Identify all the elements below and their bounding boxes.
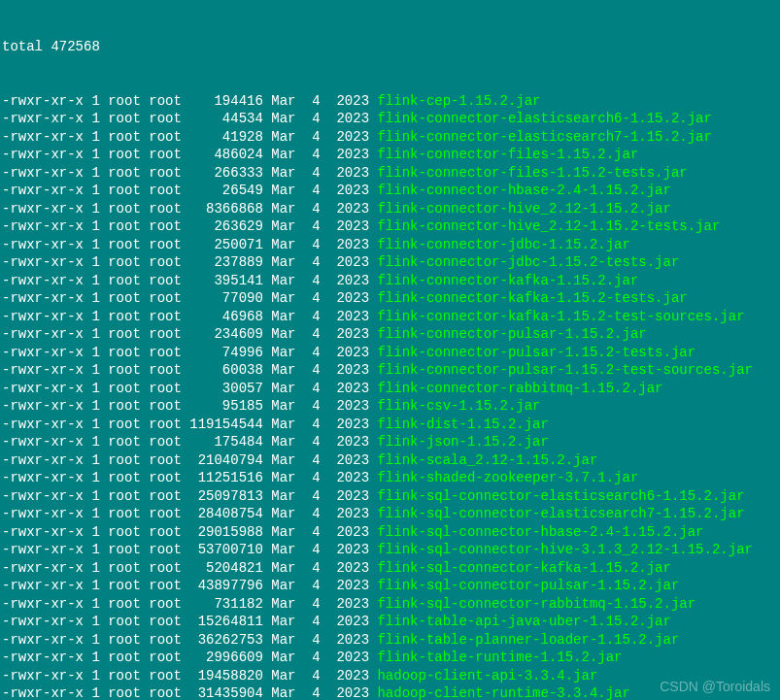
file-permissions: -rwxr-xr-x 1 root root 46968 Mar 4 2023: [2, 309, 377, 324]
file-permissions: -rwxr-xr-x 1 root root 15264811 Mar 4 20…: [2, 614, 377, 629]
file-row: -rwxr-xr-x 1 root root 263629 Mar 4 2023…: [2, 217, 778, 236]
file-permissions: -rwxr-xr-x 1 root root 175484 Mar 4 2023: [2, 434, 377, 450]
file-permissions: -rwxr-xr-x 1 root root 74996 Mar 4 2023: [2, 345, 377, 360]
file-name: flink-connector-kafka-1.15.2-tests.jar: [377, 290, 687, 306]
file-row: -rwxr-xr-x 1 root root 25097813 Mar 4 20…: [2, 487, 778, 506]
file-permissions: -rwxr-xr-x 1 root root 43897796 Mar 4 20…: [2, 578, 377, 593]
file-row: -rwxr-xr-x 1 root root 28408754 Mar 4 20…: [2, 505, 778, 523]
file-name: flink-cep-1.15.2.jar: [377, 93, 540, 109]
file-row: -rwxr-xr-x 1 root root 41928 Mar 4 2023 …: [2, 128, 778, 147]
file-row: -rwxr-xr-x 1 root root 266333 Mar 4 2023…: [2, 164, 778, 183]
file-permissions: -rwxr-xr-x 1 root root 25097813 Mar 4 20…: [2, 488, 377, 504]
file-name: flink-sql-connector-rabbitmq-1.15.2.jar: [377, 596, 695, 612]
file-row: -rwxr-xr-x 1 root root 46968 Mar 4 2023 …: [2, 308, 778, 326]
file-name: flink-table-api-java-uber-1.15.2.jar: [377, 614, 670, 629]
file-permissions: -rwxr-xr-x 1 root root 41928 Mar 4 2023: [2, 129, 377, 145]
file-name: flink-connector-hive_2.12-1.15.2.jar: [377, 201, 670, 217]
file-permissions: -rwxr-xr-x 1 root root 29015988 Mar 4 20…: [2, 524, 377, 540]
file-row: -rwxr-xr-x 1 root root 5204821 Mar 4 202…: [2, 559, 778, 578]
file-permissions: -rwxr-xr-x 1 root root 19458820 Mar 4 20…: [2, 668, 377, 683]
file-permissions: -rwxr-xr-x 1 root root 28408754 Mar 4 20…: [2, 506, 377, 521]
file-name: flink-shaded-zookeeper-3.7.1.jar: [377, 470, 638, 485]
file-name: flink-table-planner-loader-1.15.2.jar: [377, 632, 679, 648]
file-row: -rwxr-xr-x 1 root root 60038 Mar 4 2023 …: [2, 361, 778, 380]
file-row: -rwxr-xr-x 1 root root 29015988 Mar 4 20…: [2, 523, 778, 542]
file-row: -rwxr-xr-x 1 root root 731182 Mar 4 2023…: [2, 595, 778, 614]
file-name: flink-connector-files-1.15.2-tests.jar: [377, 165, 687, 181]
file-permissions: -rwxr-xr-x 1 root root 36262753 Mar 4 20…: [2, 632, 377, 648]
file-name: flink-sql-connector-kafka-1.15.2.jar: [377, 560, 670, 576]
file-name: flink-connector-jdbc-1.15.2-tests.jar: [377, 254, 679, 270]
file-permissions: -rwxr-xr-x 1 root root 237889 Mar 4 2023: [2, 254, 377, 270]
file-row: -rwxr-xr-x 1 root root 237889 Mar 4 2023…: [2, 253, 778, 272]
file-permissions: -rwxr-xr-x 1 root root 234609 Mar 4 2023: [2, 326, 377, 342]
file-row: -rwxr-xr-x 1 root root 53700710 Mar 4 20…: [2, 541, 778, 559]
file-row: -rwxr-xr-x 1 root root 43897796 Mar 4 20…: [2, 577, 778, 595]
file-name: flink-sql-connector-elasticsearch6-1.15.…: [377, 488, 744, 504]
file-name: flink-connector-pulsar-1.15.2-tests.jar: [377, 345, 695, 360]
file-name: flink-connector-hive_2.12-1.15.2-tests.j…: [377, 218, 720, 234]
file-row: -rwxr-xr-x 1 root root 74996 Mar 4 2023 …: [2, 344, 778, 362]
file-name: flink-connector-kafka-1.15.2-test-source…: [377, 309, 744, 324]
file-row: -rwxr-xr-x 1 root root 194416 Mar 4 2023…: [2, 92, 778, 111]
file-name: flink-connector-elasticsearch6-1.15.2.ja…: [377, 111, 711, 126]
file-permissions: -rwxr-xr-x 1 root root 31435904 Mar 4 20…: [2, 685, 377, 700]
file-permissions: -rwxr-xr-x 1 root root 77090 Mar 4 2023: [2, 290, 377, 306]
watermark: CSDN @Toroidals: [660, 679, 770, 694]
file-permissions: -rwxr-xr-x 1 root root 250071 Mar 4 2023: [2, 237, 377, 252]
file-row: -rwxr-xr-x 1 root root 486024 Mar 4 2023…: [2, 146, 778, 164]
file-permissions: -rwxr-xr-x 1 root root 5204821 Mar 4 202…: [2, 560, 377, 576]
total-line: total 472568: [2, 38, 778, 56]
file-row: -rwxr-xr-x 1 root root 250071 Mar 4 2023…: [2, 236, 778, 254]
file-name: flink-connector-files-1.15.2.jar: [377, 147, 638, 162]
file-name: flink-csv-1.15.2.jar: [377, 398, 540, 414]
file-permissions: -rwxr-xr-x 1 root root 26549 Mar 4 2023: [2, 183, 377, 198]
file-row: -rwxr-xr-x 1 root root 26549 Mar 4 2023 …: [2, 182, 778, 200]
file-row: -rwxr-xr-x 1 root root 44534 Mar 4 2023 …: [2, 110, 778, 128]
file-permissions: -rwxr-xr-x 1 root root 486024 Mar 4 2023: [2, 147, 377, 162]
file-name: flink-scala_2.12-1.15.2.jar: [377, 452, 597, 468]
file-row: -rwxr-xr-x 1 root root 36262753 Mar 4 20…: [2, 631, 778, 650]
file-permissions: -rwxr-xr-x 1 root root 2996609 Mar 4 202…: [2, 650, 377, 665]
file-permissions: -rwxr-xr-x 1 root root 731182 Mar 4 2023: [2, 596, 377, 612]
file-permissions: -rwxr-xr-x 1 root root 95185 Mar 4 2023: [2, 398, 377, 414]
file-row: -rwxr-xr-x 1 root root 395141 Mar 4 2023…: [2, 272, 778, 290]
file-name: flink-connector-jdbc-1.15.2.jar: [377, 237, 629, 252]
file-row: -rwxr-xr-x 1 root root 2996609 Mar 4 202…: [2, 649, 778, 667]
file-name: flink-connector-hbase-2.4-1.15.2.jar: [377, 183, 670, 198]
file-name: hadoop-client-api-3.3.4.jar: [377, 668, 597, 683]
file-permissions: -rwxr-xr-x 1 root root 53700710 Mar 4 20…: [2, 542, 377, 557]
file-row: -rwxr-xr-x 1 root root 15264811 Mar 4 20…: [2, 613, 778, 631]
file-row: -rwxr-xr-x 1 root root 175484 Mar 4 2023…: [2, 433, 778, 451]
file-permissions: -rwxr-xr-x 1 root root 11251516 Mar 4 20…: [2, 470, 377, 485]
file-permissions: -rwxr-xr-x 1 root root 266333 Mar 4 2023: [2, 165, 377, 181]
file-name: flink-connector-kafka-1.15.2.jar: [377, 273, 638, 288]
file-row: -rwxr-xr-x 1 root root 30057 Mar 4 2023 …: [2, 380, 778, 398]
file-name: flink-sql-connector-elasticsearch7-1.15.…: [377, 506, 744, 521]
file-permissions: -rwxr-xr-x 1 root root 8366868 Mar 4 202…: [2, 201, 377, 217]
file-row: -rwxr-xr-x 1 root root 11251516 Mar 4 20…: [2, 469, 778, 487]
file-permissions: -rwxr-xr-x 1 root root 395141 Mar 4 2023: [2, 273, 377, 288]
file-name: flink-connector-rabbitmq-1.15.2.jar: [377, 381, 662, 396]
file-row: -rwxr-xr-x 1 root root 95185 Mar 4 2023 …: [2, 397, 778, 416]
file-name: flink-dist-1.15.2.jar: [377, 417, 548, 432]
file-permissions: -rwxr-xr-x 1 root root 60038 Mar 4 2023: [2, 362, 377, 378]
file-name: flink-connector-elasticsearch7-1.15.2.ja…: [377, 129, 711, 145]
file-permissions: -rwxr-xr-x 1 root root 194416 Mar 4 2023: [2, 93, 377, 109]
file-row: -rwxr-xr-x 1 root root 8366868 Mar 4 202…: [2, 200, 778, 218]
file-name: flink-sql-connector-pulsar-1.15.2.jar: [377, 578, 679, 593]
terminal-output: total 472568 -rwxr-xr-x 1 root root 1944…: [2, 2, 778, 700]
file-row: -rwxr-xr-x 1 root root 21040794 Mar 4 20…: [2, 451, 778, 470]
file-permissions: -rwxr-xr-x 1 root root 21040794 Mar 4 20…: [2, 452, 377, 468]
file-listing: -rwxr-xr-x 1 root root 194416 Mar 4 2023…: [2, 92, 778, 701]
file-name: flink-sql-connector-hive-3.1.3_2.12-1.15…: [377, 542, 752, 557]
file-name: flink-connector-pulsar-1.15.2.jar: [377, 326, 646, 342]
file-permissions: -rwxr-xr-x 1 root root 44534 Mar 4 2023: [2, 111, 377, 126]
file-row: -rwxr-xr-x 1 root root 119154544 Mar 4 2…: [2, 416, 778, 434]
file-name: flink-json-1.15.2.jar: [377, 434, 548, 450]
file-row: -rwxr-xr-x 1 root root 77090 Mar 4 2023 …: [2, 289, 778, 308]
file-row: -rwxr-xr-x 1 root root 234609 Mar 4 2023…: [2, 325, 778, 344]
file-name: flink-sql-connector-hbase-2.4-1.15.2.jar: [377, 524, 703, 540]
file-permissions: -rwxr-xr-x 1 root root 119154544 Mar 4 2…: [2, 417, 377, 432]
file-name: flink-connector-pulsar-1.15.2-test-sourc…: [377, 362, 752, 378]
